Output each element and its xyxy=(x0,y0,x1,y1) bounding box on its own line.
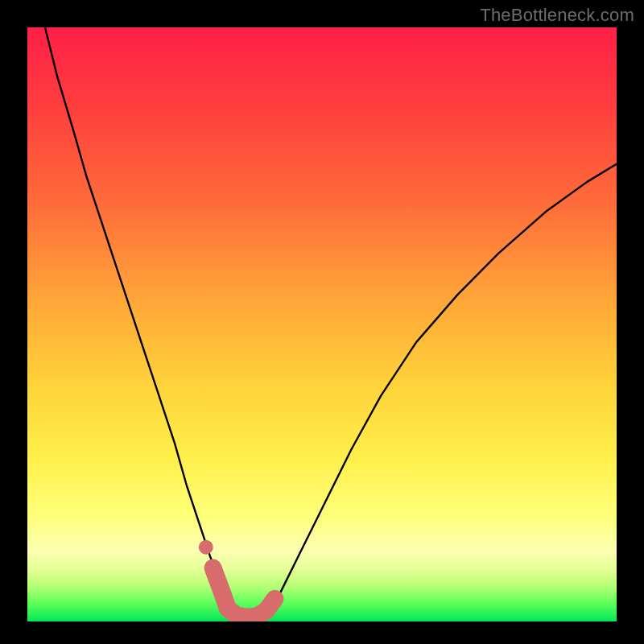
highlight-region xyxy=(213,568,275,617)
watermark-text: TheBottleneck.com xyxy=(480,5,634,26)
chart-overlay xyxy=(27,27,617,621)
isolated-marker xyxy=(199,540,213,555)
bottleneck-curve xyxy=(45,27,617,618)
chart-frame: TheBottleneck.com xyxy=(0,0,644,644)
plot-area xyxy=(27,27,617,621)
